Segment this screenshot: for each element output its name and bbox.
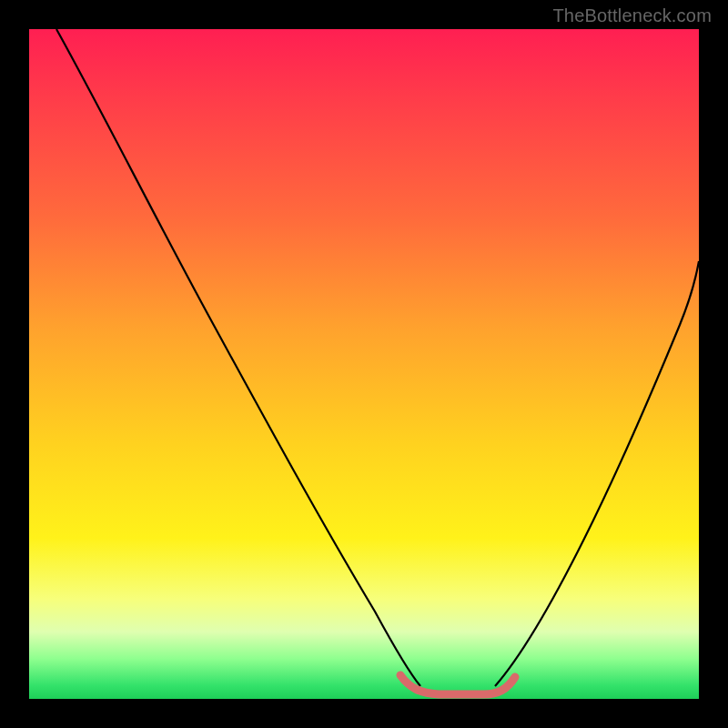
left-curve bbox=[56, 29, 420, 686]
plot-area bbox=[29, 29, 699, 699]
right-curve bbox=[495, 261, 699, 686]
watermark-text: TheBottleneck.com bbox=[552, 5, 712, 26]
curve-overlay bbox=[29, 29, 699, 699]
chart-frame: TheBottleneck.com bbox=[0, 0, 728, 728]
valley-floor bbox=[400, 675, 515, 694]
